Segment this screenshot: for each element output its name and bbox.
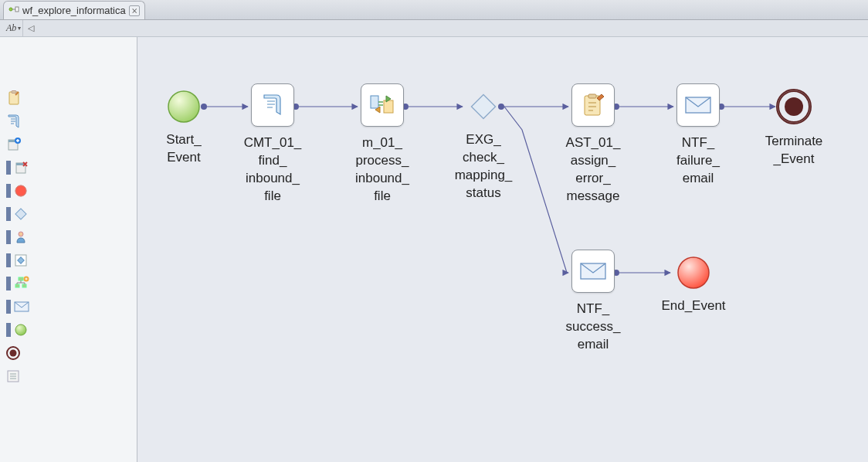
svg-point-44 [678,257,709,288]
palette-command-icon[interactable] [5,113,36,130]
node-mapping-task[interactable]: m_01_ process_ inbound_ file [336,83,429,206]
palette-tree-plus-icon[interactable] [5,275,36,292]
node-terminate-event[interactable]: Terminate _Event [748,88,840,168]
svg-point-0 [9,8,12,11]
ab-label: Ab [6,22,16,34]
end-event-icon [676,256,710,290]
chevron-down-icon: ▾ [18,25,21,32]
mail-icon [684,94,712,116]
node-label: Start_ Event [166,131,201,167]
node-label: m_01_ process_ inbound_ file [355,134,409,206]
node-label: Terminate _Event [765,133,823,168]
mapping-icon [368,91,396,119]
node-label: CMT_01_ find_ inbound_ file [244,134,302,206]
diamond-gateway-icon [468,91,499,122]
svg-rect-38 [588,94,596,98]
node-label: EXG_ check_ mapping_ status [455,131,513,202]
node-label: NTF_ success_ email [566,301,621,354]
tab-title: wf_explore_informatica [22,5,126,16]
node-label: AST_01_ assign_ error_ message [566,134,621,206]
svg-rect-36 [471,94,495,118]
mail-icon [579,260,607,282]
palette-mail-icon[interactable] [5,298,36,315]
node-label: End_Event [661,297,725,315]
svg-rect-35 [384,100,393,113]
svg-rect-19 [22,284,26,287]
svg-rect-13 [15,209,26,219]
app-root: wf_explore_informatica ⨯ Ab ▾ ◁ [0,0,868,462]
svg-rect-17 [19,277,23,280]
svg-point-22 [15,324,26,335]
svg-rect-2 [15,7,19,12]
node-assignment-task[interactable]: AST_01_ assign_ error_ message [547,83,639,206]
svg-rect-18 [15,284,19,287]
palette-assignment-icon[interactable] [5,90,36,107]
svg-rect-4 [12,91,16,93]
start-event-icon [167,90,201,124]
node-notification-failure[interactable]: NTF_ failure_ email [652,83,744,188]
svg-point-14 [19,232,23,236]
mini-toolbar: Ab ▾ ◁ [0,20,868,37]
scroll-script-icon [259,92,286,118]
palette-diamond-icon[interactable] [5,206,36,223]
svg-rect-34 [371,96,378,108]
tab-workflow[interactable]: wf_explore_informatica ⨯ [3,1,145,19]
svg-point-24 [10,350,17,357]
palette-boxed-diamond-icon[interactable] [5,252,36,269]
clipboard-edit-icon [580,92,606,118]
palette-terminate-dot-icon[interactable] [5,345,36,362]
editor: Ab ▾ ◁ [0,20,868,462]
label-font-dropdown[interactable]: Ab ▾ [5,20,23,36]
palette-red-dot-icon[interactable] [5,182,36,199]
tab-close-icon[interactable]: ⨯ [129,5,140,16]
workflow-canvas[interactable]: Start_ Event CMT_01_ find_ inbound_ file [137,37,868,462]
palette-db-plus-icon[interactable] [5,136,36,153]
palette-human-icon[interactable] [5,229,36,246]
palette-green-dot-icon[interactable] [5,321,36,338]
node-end-event[interactable]: End_Event [647,256,740,315]
svg-point-33 [168,91,199,122]
node-start-event[interactable]: Start_ Event [137,90,230,167]
back-arrow-icon[interactable]: ◁ [28,23,34,33]
palette-sidebar [0,37,137,462]
workflow-tab-icon [8,4,19,17]
node-exclusive-gateway[interactable]: EXG_ check_ mapping_ status [437,90,530,202]
node-label: NTF_ failure_ email [676,134,720,188]
terminate-event-icon [775,88,812,125]
palette-list-icon[interactable] [5,368,36,385]
palette-db-x-icon[interactable] [5,159,36,176]
node-notification-success[interactable]: NTF_ success_ email [547,250,639,354]
tab-bar: wf_explore_informatica ⨯ [0,0,868,20]
svg-point-41 [785,97,803,116]
node-command-task[interactable]: CMT_01_ find_ inbound_ file [226,83,319,206]
